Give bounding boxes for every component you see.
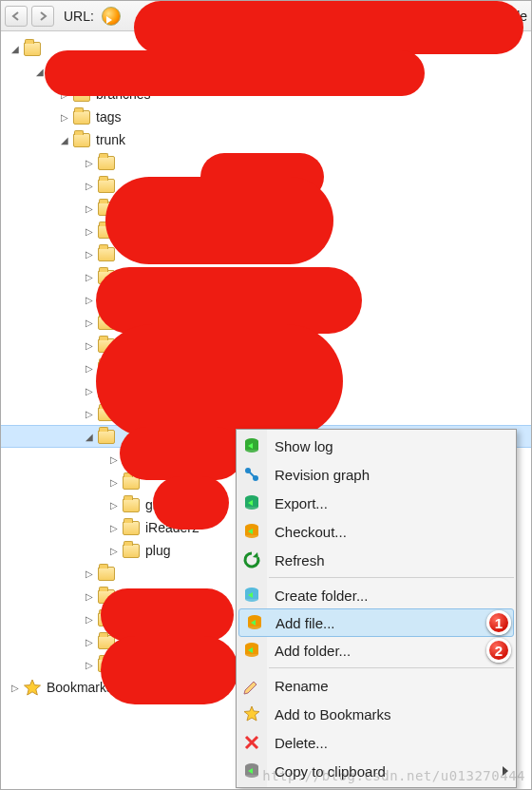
addfolder-icon — [242, 641, 261, 660]
menu-item-addfolder[interactable]: Add folder... — [237, 636, 516, 665]
delete-icon — [242, 733, 261, 752]
copy-icon — [242, 761, 261, 780]
expand-icon[interactable]: ▷ — [83, 293, 96, 306]
expand-icon[interactable]: ▷ — [9, 681, 22, 694]
expand-icon[interactable]: ▷ — [83, 338, 96, 352]
export-icon — [242, 493, 261, 512]
newfolder-icon — [242, 586, 261, 605]
rename-icon — [242, 676, 261, 695]
expand-icon[interactable]: ▷ — [83, 658, 96, 671]
url-label: URL: — [64, 9, 94, 24]
expand-icon[interactable]: ▷ — [107, 453, 121, 466]
expand-icon[interactable]: ▷ — [83, 612, 96, 626]
folder-icon — [123, 498, 140, 512]
menu-item-export[interactable]: Export... — [237, 489, 516, 517]
menu-item-addfile[interactable]: Add file... — [238, 608, 514, 637]
folder-icon — [98, 430, 115, 444]
menu-item-label: Rename — [275, 678, 329, 694]
menu-separator — [269, 667, 514, 668]
expand-icon[interactable]: ▷ — [83, 179, 96, 192]
expand-icon[interactable]: ▷ — [83, 589, 96, 603]
menu-item-label: Checkout... — [275, 524, 347, 540]
expand-icon[interactable]: ▷ — [83, 202, 96, 215]
checkout-icon — [242, 522, 261, 541]
menu-item-graph[interactable]: Revision graph — [237, 460, 516, 489]
expand-icon[interactable]: ▷ — [83, 156, 96, 169]
folder-icon — [98, 156, 115, 170]
menu-item-delete[interactable]: Delete... — [237, 728, 516, 757]
expand-icon[interactable]: ▷ — [83, 247, 96, 260]
tree-item-label: trunk — [96, 132, 125, 147]
expand-icon[interactable]: ▷ — [83, 316, 96, 329]
watermark: http://blog.csdn.net/u013270444 — [262, 768, 525, 783]
expand-icon[interactable]: ▷ — [107, 521, 121, 534]
svg-marker-21 — [244, 706, 259, 721]
tree-row[interactable]: ◢trunk — [1, 128, 531, 151]
expand-icon[interactable]: ▷ — [83, 270, 96, 283]
back-button[interactable] — [5, 6, 28, 27]
folder-icon — [123, 544, 140, 558]
tree-item-label: tags — [96, 109, 121, 125]
tree-row[interactable]: ▷tags — [1, 106, 531, 128]
callout-badge-1: 1 — [486, 610, 511, 635]
collapse-icon[interactable]: ◢ — [58, 133, 71, 146]
menu-item-refresh[interactable]: Refresh — [237, 546, 516, 574]
folder-icon — [98, 567, 115, 581]
menu-item-label: Revision graph — [275, 467, 370, 483]
star-icon — [24, 679, 41, 696]
menu-item-label: Create folder... — [275, 588, 368, 604]
expand-icon[interactable]: ▷ — [107, 544, 121, 557]
repo-icon — [102, 7, 121, 26]
folder-icon — [123, 521, 140, 535]
menu-item-label: Delete... — [275, 735, 328, 751]
menu-separator — [269, 577, 514, 578]
menu-item-label: Export... — [275, 495, 328, 511]
expand-icon[interactable]: ▷ — [83, 384, 96, 397]
menu-item-bookmark[interactable]: Add to Bookmarks — [237, 700, 516, 728]
menu-item-checkout[interactable]: Checkout... — [237, 517, 516, 546]
menu-item-newfolder[interactable]: Create folder... — [237, 581, 516, 609]
expand-icon[interactable]: ▷ — [83, 407, 96, 420]
folder-icon — [73, 110, 90, 125]
folder-icon — [98, 179, 115, 193]
expand-icon[interactable]: ▷ — [83, 224, 96, 238]
menu-item-label: Show log — [275, 438, 333, 454]
collapse-icon[interactable]: ◢ — [9, 42, 22, 55]
menu-item-label: Add folder... — [275, 643, 351, 659]
expand-icon[interactable]: ▷ — [58, 110, 71, 124]
folder-icon — [98, 247, 115, 261]
addfile-icon — [245, 613, 264, 632]
menu-item-label: Add file... — [276, 615, 335, 631]
menu-item-rename[interactable]: Rename — [237, 671, 516, 700]
menu-item-label: Add to Bookmarks — [275, 706, 391, 723]
svg-marker-0 — [25, 680, 41, 695]
bookmark-icon — [242, 704, 261, 723]
graph-icon — [242, 465, 261, 484]
callout-badge-2: 2 — [486, 638, 511, 663]
forward-button[interactable] — [31, 6, 54, 27]
menu-item-log[interactable]: Show log — [237, 432, 516, 460]
folder-icon — [73, 133, 90, 147]
expand-icon[interactable]: ▷ — [83, 635, 96, 648]
refresh-icon — [242, 550, 261, 569]
menu-item-label: Refresh — [275, 552, 325, 568]
folder-icon — [24, 42, 41, 56]
expand-icon[interactable]: ▷ — [83, 567, 96, 580]
expand-icon[interactable]: ▷ — [107, 498, 121, 511]
log-icon — [242, 436, 261, 455]
context-menu: Show logRevision graphExport...Checkout.… — [236, 429, 517, 788]
expand-icon[interactable]: ▷ — [107, 475, 121, 489]
tree-item-label: plug — [145, 543, 170, 558]
collapse-icon[interactable]: ◢ — [83, 430, 96, 443]
expand-icon[interactable]: ▷ — [83, 361, 96, 375]
